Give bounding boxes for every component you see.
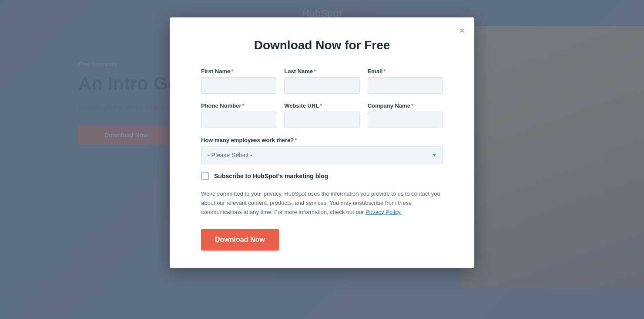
- email-group: Email*: [368, 68, 443, 94]
- employees-group: How many employees work there?* - Please…: [201, 137, 443, 164]
- email-input[interactable]: [368, 77, 443, 94]
- download-now-button[interactable]: Download Now: [201, 229, 279, 251]
- privacy-policy-link[interactable]: Privacy Policy.: [366, 209, 402, 215]
- close-button[interactable]: ×: [458, 24, 466, 37]
- required-star: *: [295, 137, 297, 143]
- email-label: Email*: [368, 68, 443, 75]
- first-name-label: First Name*: [201, 68, 276, 75]
- modal-body: Download Now for Free First Name* Last N…: [170, 17, 474, 268]
- required-star: *: [242, 102, 244, 109]
- subscribe-checkbox[interactable]: [201, 172, 209, 180]
- subscribe-row: Subscribe to HubSpot's marketing blog: [201, 172, 443, 180]
- website-group: Website URL*: [284, 102, 359, 128]
- last-name-group: Last Name*: [284, 68, 359, 94]
- required-star: *: [383, 68, 386, 75]
- modal-title: Download Now for Free: [201, 38, 443, 52]
- website-label: Website URL*: [284, 102, 359, 109]
- required-star: *: [314, 68, 316, 75]
- last-name-input[interactable]: [284, 77, 359, 94]
- last-name-label: Last Name*: [284, 68, 359, 75]
- privacy-text: We're committed to your privacy. HubSpot…: [201, 190, 443, 217]
- phone-group: Phone Number*: [201, 102, 276, 128]
- employees-label: How many employees work there?*: [201, 137, 443, 143]
- subscribe-label[interactable]: Subscribe to HubSpot's marketing blog: [214, 173, 328, 180]
- modal-dialog: × Download Now for Free First Name* Last…: [170, 17, 474, 268]
- required-star: *: [231, 68, 233, 75]
- website-input[interactable]: [284, 112, 359, 128]
- employees-select-wrapper: - Please Select - 1-10 11-50 51-200 201-…: [201, 146, 443, 164]
- employees-select[interactable]: - Please Select - 1-10 11-50 51-200 201-…: [201, 146, 443, 164]
- first-name-group: First Name*: [201, 68, 276, 94]
- modal-backdrop: × Download Now for Free First Name* Last…: [0, 0, 644, 319]
- form-row-1: First Name* Last Name* Email*: [201, 68, 443, 94]
- required-star: *: [320, 102, 322, 109]
- company-label: Company Name*: [368, 102, 443, 109]
- required-star: *: [411, 102, 413, 109]
- first-name-input[interactable]: [201, 77, 276, 94]
- company-input[interactable]: [368, 112, 443, 128]
- phone-input[interactable]: [201, 112, 276, 128]
- phone-label: Phone Number*: [201, 102, 276, 109]
- company-group: Company Name*: [368, 102, 443, 128]
- download-form: First Name* Last Name* Email*: [201, 68, 443, 251]
- form-row-2: Phone Number* Website URL* Company Name*: [201, 102, 443, 128]
